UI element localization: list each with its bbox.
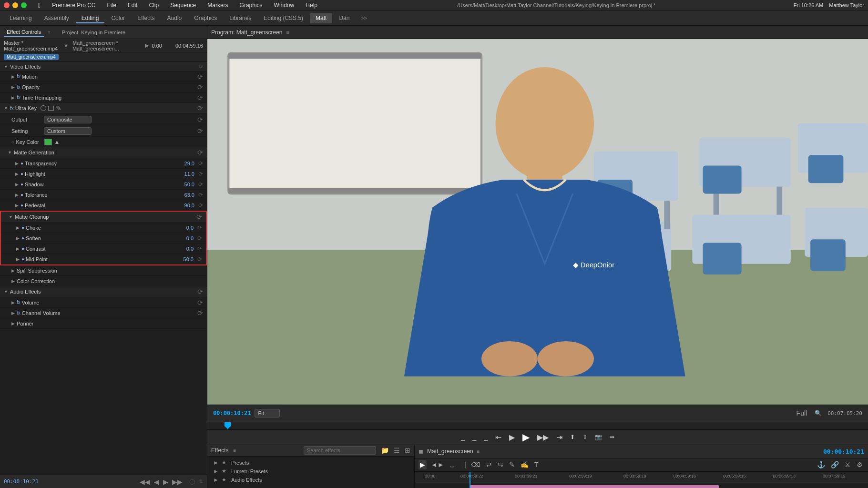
color-correction-row[interactable]: ▶ Color Correction — [0, 276, 207, 286]
timeline-main[interactable]: 00:00 00:00:59:22 00:01:59:21 00:02:59:1… — [415, 472, 868, 488]
razor-tool-button[interactable]: ⌫ — [470, 460, 482, 469]
menu-help[interactable]: Help — [304, 2, 319, 9]
type-tool-button[interactable]: T — [533, 460, 540, 469]
volume-row[interactable]: ▶ fx Volume ⟳ — [0, 297, 207, 308]
step-back-button[interactable]: ◀ — [153, 477, 160, 487]
mid-point-reset[interactable]: ⟳ — [197, 256, 202, 263]
output-row[interactable]: Output Composite Alpha Channel Color Cha… — [0, 114, 207, 125]
zoom-search-icon[interactable]: 🔍 — [813, 409, 824, 417]
minimize-button[interactable] — [12, 2, 18, 8]
video-effects-reset[interactable]: ⟳ — [199, 63, 203, 70]
mid-point-row[interactable]: ▶ ● Mid Point 50.0 ⟳ — [1, 254, 206, 264]
contrast-row[interactable]: ▶ ● Contrast 0.0 ⟳ — [1, 244, 206, 254]
transparency-row[interactable]: ▶ ● Transparency 29.0 ⟳ — [0, 158, 207, 169]
close-button[interactable] — [4, 2, 10, 8]
apple-menu[interactable]:  — [38, 1, 41, 9]
list-view-icon[interactable]: ☰ — [394, 447, 400, 454]
contrast-reset[interactable]: ⟳ — [197, 245, 202, 252]
full-label[interactable]: Full — [795, 408, 809, 418]
shadow-value[interactable]: 50.0 — [175, 182, 194, 187]
panner-row[interactable]: ▶ Panner — [0, 318, 207, 329]
transparency-value[interactable]: 29.0 — [175, 161, 194, 166]
channel-volume-row[interactable]: ▶ fx Channel Volume ⟳ — [0, 308, 207, 318]
choke-row[interactable]: ▶ ● Choke 0.0 ⟳ — [1, 223, 206, 233]
settings-tl-button[interactable]: ⚙ — [855, 460, 864, 469]
snap-button[interactable]: ⚓ — [816, 460, 827, 469]
effects-search-input[interactable] — [304, 446, 376, 455]
soften-reset[interactable]: ⟳ — [197, 235, 202, 242]
play-through-button[interactable]: ▶ — [145, 42, 149, 49]
volume-reset[interactable]: ⟳ — [197, 299, 203, 306]
highlight-reset[interactable]: ⟳ — [198, 171, 203, 177]
time-remapping-reset[interactable]: ⟳ — [197, 94, 203, 102]
out-point-button[interactable]: ⎯ — [482, 432, 490, 442]
fullscreen-button[interactable] — [21, 2, 27, 8]
menu-file[interactable]: File — [105, 2, 118, 9]
opacity-reset[interactable]: ⟳ — [197, 83, 203, 91]
opacity-row[interactable]: ▶ fx Opacity ⟳ — [0, 82, 207, 92]
tab-libraries[interactable]: Libraries — [224, 13, 257, 23]
slide-tool-button[interactable]: ⇆ — [496, 460, 505, 469]
timeline-menu-button[interactable]: ≡ — [477, 449, 480, 454]
matte-cleanup-reset[interactable]: ⟳ — [196, 213, 202, 221]
tolerance-row[interactable]: ▶ ● Tolerance 63.0 ⟳ — [0, 190, 207, 200]
pen-tool-button[interactable]: ✎ — [508, 460, 516, 469]
shadow-reset[interactable]: ⟳ — [198, 181, 203, 188]
step-fwd-button[interactable]: ▶▶ — [535, 432, 551, 443]
hand-tool-button[interactable]: ✍ — [519, 460, 530, 469]
menu-premiere[interactable]: Premiere Pro CC — [50, 2, 97, 9]
tab-color[interactable]: Color — [105, 13, 131, 23]
spill-suppression-row[interactable]: ▶ Spill Suppression — [0, 265, 207, 276]
setting-reset[interactable]: ⟳ — [197, 127, 203, 135]
highlight-value[interactable]: 11.0 — [175, 171, 194, 177]
go-start-button[interactable]: ◀◀ — [139, 477, 151, 487]
pedestal-value[interactable]: 90.0 — [175, 203, 194, 208]
output-dropdown[interactable]: Composite Alpha Channel Color Channel — [44, 116, 92, 123]
shadow-row[interactable]: ▶ ● Shadow 50.0 ⟳ — [0, 179, 207, 190]
time-remapping-row[interactable]: ▶ fx Time Remapping ⟳ — [0, 92, 207, 103]
lumetri-presets-item[interactable]: ► ★ Lumetri Presets — [207, 467, 414, 476]
matte-gen-reset[interactable]: ⟳ — [197, 149, 203, 156]
transparency-reset[interactable]: ⟳ — [198, 160, 203, 167]
timeline-timecode[interactable]: 00:00:10:21 — [823, 448, 864, 455]
audio-effects-header[interactable]: ▼ Audio Effects ⟳ — [0, 286, 207, 297]
linked-selection-button[interactable]: 🔗 — [829, 460, 840, 469]
key-color-swatch[interactable] — [44, 139, 52, 145]
selection-tool-button[interactable]: ▶ — [419, 460, 427, 469]
in-point-button[interactable]: ⎯ — [470, 432, 478, 442]
audio-effects-reset[interactable]: ⟳ — [197, 288, 203, 295]
tab-learning[interactable]: Learning — [4, 13, 38, 23]
menu-edit[interactable]: Edit — [126, 2, 140, 9]
ultra-key-pen-icon[interactable]: ✎ — [56, 104, 61, 112]
monitor-menu-button[interactable]: ≡ — [286, 30, 289, 35]
eyedropper-icon[interactable]: ▲ — [54, 139, 60, 145]
tab-assembly[interactable]: Assembly — [39, 13, 75, 23]
matte-generation-header[interactable]: ▼ Matte Generation ⟳ — [0, 147, 207, 158]
video-effects-header[interactable]: ▼ Video Effects ⟳ — [0, 62, 207, 71]
effect-controls-content[interactable]: ▼ Video Effects ⟳ ▶ fx Motion ⟳ ▶ fx Opa… — [0, 62, 207, 475]
pedestal-row[interactable]: ▶ ● Pedestal 90.0 ⟳ — [0, 200, 207, 211]
step-back-button[interactable]: ▶ — [507, 432, 517, 443]
video-track-1[interactable]: Matt_greenscreen.mp4 — [415, 483, 868, 488]
export-frame-button[interactable]: 📷 — [593, 433, 604, 441]
soften-value[interactable]: 0.0 — [174, 235, 194, 241]
ultra-key-reset[interactable]: ⟳ — [197, 104, 203, 112]
highlight-row[interactable]: ▶ ● Highlight 11.0 ⟳ — [0, 169, 207, 179]
prev-edit-button[interactable]: ⇤ — [493, 432, 503, 443]
panel-menu-button[interactable]: ≡ — [48, 30, 51, 35]
lift-button[interactable]: ⬆ — [568, 433, 577, 441]
effects-panel-menu[interactable]: ≡ — [233, 448, 236, 453]
output-reset[interactable]: ⟳ — [197, 116, 203, 123]
insert-button[interactable]: ⇛ — [608, 433, 616, 441]
tab-effect-controls[interactable]: Effect Controls — [4, 28, 44, 37]
motion-reset[interactable]: ⟳ — [197, 73, 203, 81]
rolling-edit-tool-button[interactable]: ⎹ — [458, 460, 467, 470]
traffic-lights[interactable] — [4, 2, 27, 8]
ultra-key-rect-icon[interactable] — [48, 106, 54, 111]
ultra-key-circle-icon[interactable] — [41, 105, 46, 111]
soften-row[interactable]: ▶ ● Soften 0.0 ⟳ — [1, 233, 206, 244]
menu-graphics[interactable]: Graphics — [238, 2, 265, 9]
tab-editing-css[interactable]: Editing (CSS.5) — [258, 13, 309, 23]
slip-tool-button[interactable]: ⇄ — [485, 460, 493, 469]
new-bin-icon[interactable]: 📁 — [381, 447, 389, 454]
